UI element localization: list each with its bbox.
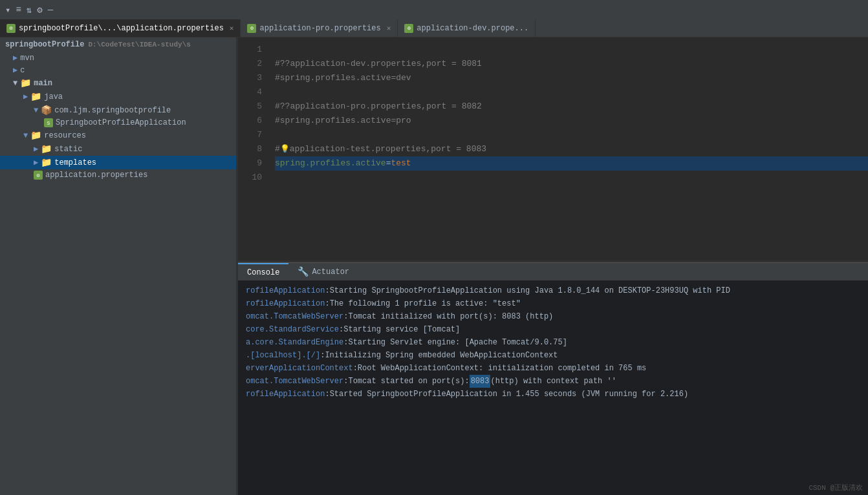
tab-close-1[interactable]: ✕ — [230, 24, 234, 32]
project-title: springbootProfile — [5, 40, 84, 49]
console-class-5: a.core.StandardEngine — [246, 336, 343, 349]
editor-with-bottom: 1 2 3 4 5 6 7 8 9 10 #??application-dev.… — [238, 37, 868, 495]
sidebar-item-label-main: main — [34, 79, 52, 88]
line-num-6: 6 — [238, 114, 262, 128]
console-sep-1: : — [325, 284, 329, 297]
lightbulb-icon: 💡 — [280, 142, 290, 156]
console-line-9: rofileApplication : Started SpringbootPr… — [246, 388, 860, 401]
folder-icon-java: ▶ — [23, 92, 28, 101]
sidebar-item-package[interactable]: ▼ 📦 com.ljm.springbootprofile — [0, 103, 236, 117]
watermark: CSDN @正版清欢 — [808, 483, 863, 492]
tab-application-pro[interactable]: ⚙ application-pro.properties ✕ — [241, 19, 398, 37]
sidebar-item-main-class[interactable]: S SpringbootProfileApplication — [0, 117, 236, 129]
console-sep-3: : — [343, 310, 348, 323]
console-class-4: core.StandardService — [246, 323, 339, 336]
sidebar-item-app-props[interactable]: ⚙ application.properties — [0, 169, 236, 181]
code-val-9: test — [391, 156, 411, 171]
console-class-2: rofileApplication — [246, 297, 325, 310]
sidebar-item-java[interactable]: ▶ 📁 java — [0, 90, 236, 103]
console-class-6: .[localhost].[/] — [246, 349, 320, 362]
folder-java-icon: 📁 — [30, 91, 41, 102]
code-text-8a: # — [275, 142, 280, 156]
console-sep-4: : — [339, 323, 343, 336]
sidebar-item-resources[interactable]: ▼ 📁 resources — [0, 129, 236, 142]
console-line-5: a.core.StandardEngine : Starting Servlet… — [246, 336, 860, 349]
console-msg-5: Starting Servlet engine: [Apache Tomcat/… — [348, 336, 567, 349]
sidebar-item-label-templates: templates — [54, 158, 96, 167]
console-msg-8a: Tomcat started on port(s): — [348, 375, 469, 388]
actuator-icon: 🔧 — [298, 266, 309, 277]
dropdown-icon[interactable]: ▾ — [5, 5, 10, 16]
menu-icon[interactable]: ≡ — [16, 5, 21, 15]
sidebar-item-label-java: java — [44, 92, 63, 101]
line-num-5: 5 — [238, 100, 262, 114]
console-msg-8b: (http) with context path '' — [490, 375, 616, 388]
code-line-5: #??application-pro.properties,port = 808… — [275, 100, 868, 114]
sidebar-item-main[interactable]: ▼ 📁 main — [0, 76, 236, 90]
bottom-tabs: Console 🔧 Actuator — [238, 262, 868, 280]
format-icon[interactable]: ⇅ — [27, 5, 32, 16]
line-num-2: 2 — [238, 57, 262, 71]
folder-icon-mvn: ▶ — [13, 53, 17, 63]
console-class-7: erverApplicationContext — [246, 362, 353, 375]
code-content[interactable]: #??application-dev.properties,port = 808… — [267, 37, 868, 260]
code-key-9: spring.profiles.active — [275, 156, 386, 171]
tab-file-icon-1: ⚙ — [6, 24, 16, 33]
console-sep-5: : — [343, 336, 348, 349]
tab-actuator[interactable]: 🔧 Actuator — [288, 263, 358, 280]
code-line-4 — [275, 85, 868, 100]
code-text-5: #??application-pro.properties,port = 808… — [275, 100, 482, 114]
code-text-3: #spring.profiles.active=dev — [275, 71, 411, 85]
sidebar-item-c[interactable]: ▶ c — [0, 64, 236, 76]
line-num-8: 8 — [238, 142, 262, 156]
code-line-2: #??application-dev.properties,port = 808… — [275, 57, 868, 71]
folder-static-icon: 📁 — [41, 143, 52, 154]
code-line-8: #💡application-test.properties,port = 808… — [275, 142, 868, 156]
line-num-3: 3 — [238, 71, 262, 85]
bottom-panel: Console 🔧 Actuator rofileApplication : S… — [238, 262, 868, 495]
sidebar-item-templates[interactable]: ▶ 📁 templates — [0, 156, 236, 169]
code-line-9: spring.profiles.active=test — [275, 156, 868, 171]
folder-icon-resources: ▼ — [23, 131, 28, 140]
console-line-2: rofileApplication : The following 1 prof… — [246, 297, 860, 310]
line-num-9: 9 — [238, 156, 262, 171]
console-line-1: rofileApplication : Starting SpringbootP… — [246, 284, 860, 297]
console-sep-9: : — [325, 388, 329, 401]
console-class-3: omcat.TomcatWebServer — [246, 310, 343, 323]
folder-open-icon-main: ▼ — [13, 79, 17, 88]
sidebar: springbootProfile D:\CodeTest\IDEA-study… — [0, 37, 236, 495]
console-msg-2: The following 1 profile is active: "test… — [330, 297, 521, 310]
console-msg-9: Started SpringbootProfileApplication in … — [330, 388, 689, 401]
code-editor: 1 2 3 4 5 6 7 8 9 10 #??application-dev.… — [238, 37, 868, 260]
sidebar-item-mvn[interactable]: ▶ mvn — [0, 52, 236, 64]
title-bar-controls: ▾ ≡ ⇅ ⚙ — — [5, 5, 53, 16]
sidebar-item-label-mvn: mvn — [20, 54, 34, 63]
code-text-8b: application-test.properties,port = 8083 — [290, 142, 486, 156]
package-icon: 📦 — [41, 105, 52, 116]
console-sep-2: : — [325, 297, 329, 310]
code-text-2: #??application-dev.properties,port = 808… — [275, 57, 482, 71]
sidebar-item-label-main-class: SpringbootProfileApplication — [56, 118, 186, 127]
minimize-icon[interactable]: — — [48, 5, 53, 15]
code-line-1 — [275, 43, 868, 57]
console-line-6: .[localhost].[/] : Initializing Spring e… — [246, 349, 860, 362]
console-sep-6: : — [320, 349, 325, 362]
file-tree: ▶ mvn ▶ c ▼ 📁 main ▶ 📁 java ▼ — [0, 52, 236, 495]
console-msg-7: Root WebApplicationContext: initializati… — [358, 362, 646, 375]
editor-tabs: ⚙ springbootProfile\...\application.prop… — [0, 19, 868, 37]
main-area: springbootProfile D:\CodeTest\IDEA-study… — [0, 37, 868, 495]
settings-icon[interactable]: ⚙ — [37, 5, 42, 16]
actuator-tab-label: Actuator — [312, 268, 349, 277]
tab-application-properties[interactable]: ⚙ springbootProfile\...\application.prop… — [0, 19, 241, 37]
console-class-1: rofileApplication — [246, 284, 325, 297]
tab-label-3: application-dev.prope... — [417, 24, 528, 33]
line-num-10: 10 — [238, 171, 262, 185]
tab-console[interactable]: Console — [238, 263, 288, 280]
console-line-8: omcat.TomcatWebServer : Tomcat started o… — [246, 375, 860, 388]
sidebar-item-static[interactable]: ▶ 📁 static — [0, 142, 236, 156]
line-num-1: 1 — [238, 43, 262, 57]
properties-file-icon: ⚙ — [34, 171, 43, 180]
tab-close-2[interactable]: ✕ — [387, 24, 391, 32]
folder-resources-icon: 📁 — [30, 130, 41, 141]
tab-application-dev[interactable]: ⚙ application-dev.prope... — [398, 19, 536, 37]
